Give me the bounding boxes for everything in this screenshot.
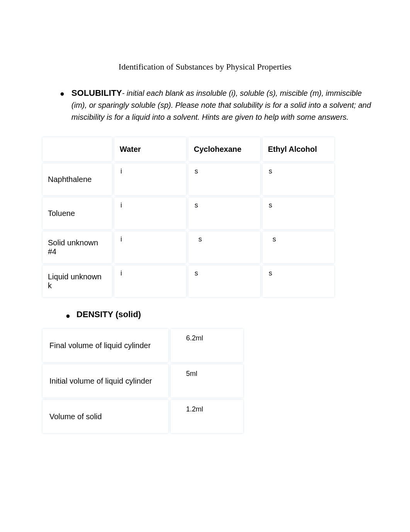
table-row: Toluene i s s: [42, 197, 334, 229]
header-cell-ethyl: Ethyl Alcohol: [263, 137, 334, 161]
density-section: ● DENSITY (solid): [39, 309, 371, 321]
header-cell-cyclohexane: Cyclohexane: [188, 137, 260, 161]
solubility-value: s: [188, 163, 260, 195]
density-value: 5ml: [171, 364, 243, 398]
table-row: Volume of solid 1.2ml: [42, 400, 243, 433]
substance-name: Liquid unknown k: [42, 265, 112, 297]
solubility-value: s: [263, 197, 334, 229]
substance-name: Solid unknown #4: [42, 231, 112, 263]
solubility-value: s: [188, 265, 260, 297]
solubility-value: s: [263, 265, 334, 297]
table-row: Liquid unknown k i s s: [42, 265, 334, 297]
table-header-row: Water Cyclohexane Ethyl Alcohol: [42, 137, 334, 161]
solubility-value: i: [114, 163, 186, 195]
solubility-table: Water Cyclohexane Ethyl Alcohol Naphthal…: [40, 135, 337, 299]
solubility-value: s: [263, 163, 334, 195]
table-row: Naphthalene i s s: [42, 163, 334, 195]
solubility-value: s: [188, 197, 260, 229]
solubility-value: i: [114, 265, 186, 297]
table-row: Solid unknown #4 i s s: [42, 231, 334, 263]
density-label: Final volume of liquid cylinder: [42, 329, 168, 362]
header-cell-blank: [42, 137, 112, 161]
density-heading: DENSITY (solid): [76, 309, 141, 320]
substance-name: Toluene: [42, 197, 112, 229]
solubility-value: i: [114, 231, 186, 263]
substance-name: Naphthalene: [42, 163, 112, 195]
bullet-icon: ●: [60, 88, 64, 99]
density-value: 6.2ml: [171, 329, 243, 362]
density-value: 1.2ml: [171, 400, 243, 433]
density-label: Initial volume of liquid cylinder: [42, 364, 168, 398]
solubility-value: s: [263, 231, 334, 263]
header-cell-water: Water: [114, 137, 186, 161]
page-title: Identification of Substances by Physical…: [39, 62, 371, 72]
table-row: Initial volume of liquid cylinder 5ml: [42, 364, 243, 398]
density-label: Volume of solid: [42, 400, 168, 433]
density-table: Final volume of liquid cylinder 6.2ml In…: [40, 326, 246, 435]
solubility-heading: SOLUBILITY: [71, 88, 122, 98]
solubility-value: i: [114, 197, 186, 229]
solubility-section: ● SOLUBILITY- initial each blank as inso…: [39, 87, 371, 123]
table-row: Final volume of liquid cylinder 6.2ml: [42, 329, 243, 362]
solubility-value: s: [188, 231, 260, 263]
bullet-icon: ●: [66, 310, 70, 321]
